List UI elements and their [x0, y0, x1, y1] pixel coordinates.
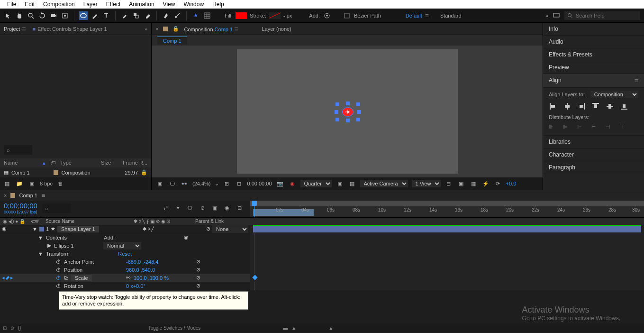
guides-icon[interactable]: ⊡: [235, 179, 244, 188]
rotation-value[interactable]: 0 x+0.0°: [126, 283, 145, 289]
stopwatch-active-icon[interactable]: ⏱: [56, 275, 61, 281]
stopwatch-icon[interactable]: ⏱: [56, 267, 61, 273]
camera-select[interactable]: Active Camera: [360, 180, 408, 187]
reset-link[interactable]: Reset: [118, 251, 132, 257]
scale-prop[interactable]: Scale: [71, 275, 92, 281]
tl-footer-icon-1[interactable]: ⊡: [3, 325, 7, 331]
bezier-checkbox[interactable]: [343, 11, 351, 20]
ellipse-group[interactable]: Ellipse 1: [54, 243, 74, 249]
interpret-footage-icon[interactable]: ▦: [3, 179, 11, 188]
menu-animation[interactable]: Animation: [125, 1, 158, 8]
brush-tool-icon[interactable]: [120, 11, 129, 20]
pen-tool-icon[interactable]: [91, 11, 99, 20]
expression-pickwhip-icon[interactable]: ⊘: [196, 283, 200, 289]
playhead[interactable]: [254, 201, 254, 217]
text-tool-icon[interactable]: T: [102, 11, 110, 20]
layer-name[interactable]: Shape Layer 1: [57, 226, 99, 232]
viewer-opt4-icon[interactable]: ⚡: [481, 179, 490, 188]
panel-info[interactable]: Info: [543, 23, 644, 36]
fill-color-swatch[interactable]: [236, 12, 247, 19]
screen-icon[interactable]: [552, 11, 561, 20]
workspace-menu-icon[interactable]: ≡: [425, 12, 429, 19]
menu-file[interactable]: File: [3, 1, 20, 8]
current-timecode[interactable]: 0;00;00;00: [4, 202, 37, 210]
tl-icon-4[interactable]: ⊘: [198, 204, 207, 213]
expression-pickwhip-icon[interactable]: ⊘: [196, 267, 200, 273]
align-bottom-icon[interactable]: [620, 102, 628, 111]
zoom-tool-icon[interactable]: [27, 11, 35, 20]
panel-preview[interactable]: Preview: [543, 61, 644, 74]
add-menu-icon[interactable]: ◉: [184, 234, 189, 240]
grid-overlay-icon[interactable]: ⊞: [223, 179, 231, 188]
tl-icon-7[interactable]: ⊡: [235, 204, 244, 213]
menu-effect[interactable]: Effect: [102, 1, 125, 8]
panel-align[interactable]: Align≡: [543, 74, 644, 88]
menu-composition[interactable]: Composition: [39, 1, 79, 8]
timeline-search[interactable]: [42, 204, 71, 213]
rotate-tool-icon[interactable]: [38, 11, 46, 20]
position-value[interactable]: 960.0 ,540.0: [126, 267, 155, 273]
new-folder-icon[interactable]: 📁: [15, 179, 24, 188]
overflow-icon[interactable]: »: [545, 13, 548, 18]
visibility-icon[interactable]: ◉: [2, 226, 7, 232]
tl-icon-6[interactable]: ◉: [223, 204, 231, 213]
refresh-icon[interactable]: ⟳: [494, 179, 502, 188]
stroke-swatch[interactable]: [269, 12, 281, 19]
star-icon[interactable]: ★: [191, 11, 200, 20]
contents-group[interactable]: Contents: [46, 235, 67, 240]
region-icon[interactable]: ▣: [336, 179, 344, 188]
stopwatch-icon[interactable]: ⏱: [56, 259, 61, 265]
composition-canvas[interactable]: [237, 49, 458, 174]
ellipse-tool-icon[interactable]: [79, 11, 88, 20]
menu-view[interactable]: View: [159, 1, 180, 8]
hand-tool-icon[interactable]: [15, 11, 24, 20]
selection-tool-icon[interactable]: [4, 11, 12, 20]
zoom-dropdown-icon[interactable]: ⌄: [215, 181, 219, 187]
tl-icon-2[interactable]: ✦: [173, 204, 182, 213]
anchor-value[interactable]: -689.0 ,-248.4: [126, 259, 159, 265]
workspace-default[interactable]: Default: [406, 13, 422, 18]
selected-shape[interactable]: [336, 102, 360, 121]
viewer-time[interactable]: 0;00;00;00: [247, 181, 272, 186]
parent-pickwhip-icon[interactable]: ⊘: [206, 226, 210, 232]
panel-libraries[interactable]: Libraries: [543, 136, 644, 148]
search-input[interactable]: [564, 11, 640, 20]
twirl-down-icon[interactable]: ▼: [32, 226, 37, 232]
twirl-down-icon[interactable]: ▼: [38, 235, 43, 240]
layer-tab[interactable]: Layer (none): [262, 26, 291, 32]
layer-duration-bar[interactable]: [253, 226, 641, 232]
zoom-slider-icon[interactable]: ▲: [291, 325, 296, 331]
panel-overflow-icon[interactable]: »: [145, 26, 147, 32]
layer-row-1[interactable]: ◉ ▼ 1 ★ Shape Layer 1 ✱ ◊ ╱ ⊘ None: [0, 225, 644, 233]
align-menu-icon[interactable]: ≡: [635, 77, 638, 84]
tl-icon-1[interactable]: ⇄: [161, 204, 170, 213]
canvas-area[interactable]: [152, 46, 543, 177]
lock-icon[interactable]: 🔒: [172, 26, 179, 32]
layout-standard[interactable]: Standard: [440, 13, 462, 18]
graph-icon[interactable]: ⊵: [64, 275, 68, 281]
viewer-opt2-icon[interactable]: ▣: [457, 179, 465, 188]
next-keyframe-icon[interactable]: ▸: [10, 275, 13, 281]
tl-icon-3[interactable]: ⬡: [186, 204, 194, 213]
tl-footer-icon-2[interactable]: ⊘: [10, 325, 14, 331]
trash-icon[interactable]: 🗑: [56, 179, 65, 188]
project-tab[interactable]: Project ≡: [4, 25, 26, 33]
expression-pickwhip-icon[interactable]: ⊘: [196, 275, 200, 281]
time-ruler[interactable]: 02s 04s 06s 08s 10s 12s 14s 16s 18s 20s …: [250, 201, 644, 218]
menu-window[interactable]: Window: [179, 1, 208, 8]
exposure-value[interactable]: +0.0: [506, 181, 517, 186]
blend-mode-select[interactable]: Normal: [103, 242, 141, 250]
align-top-icon[interactable]: [591, 102, 600, 111]
tl-footer-icon-3[interactable]: {}: [18, 325, 21, 331]
expression-pickwhip-icon[interactable]: ⊘: [196, 259, 200, 265]
viewer-subtab-comp1[interactable]: Comp 1: [157, 37, 187, 45]
camera-tool-icon[interactable]: [49, 11, 58, 20]
keyframe-diamond-icon[interactable]: [6, 276, 9, 279]
composition-tab[interactable]: Composition Comp 1 ≡: [184, 25, 238, 33]
puppet-tool-icon[interactable]: [173, 11, 181, 20]
panel-effects-presets[interactable]: Effects & Presets: [543, 48, 644, 61]
mask-icon[interactable]: 👓: [180, 179, 189, 188]
ellipse-shape[interactable]: [342, 107, 354, 117]
align-right-icon[interactable]: [577, 102, 586, 111]
panel-paragraph[interactable]: Paragraph: [543, 161, 644, 174]
